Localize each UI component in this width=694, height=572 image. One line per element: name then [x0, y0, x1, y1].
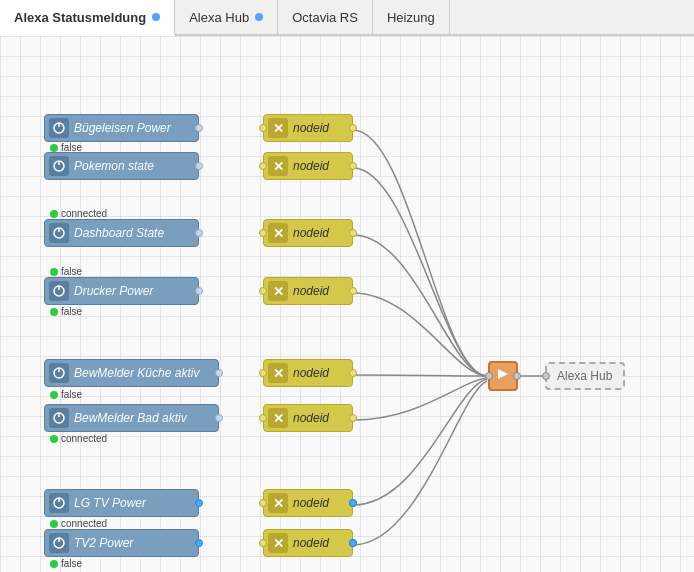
node-port-right	[215, 414, 223, 422]
power-icon	[49, 223, 69, 243]
tab-label: Heizung	[387, 10, 435, 25]
status-dot-green	[50, 520, 58, 528]
transform-icon: ✕	[268, 156, 288, 176]
node-label: Drucker Power	[74, 284, 153, 298]
transform-icon: ✕	[268, 223, 288, 243]
status-dot-green	[50, 308, 58, 316]
node-label: nodeid	[293, 284, 329, 298]
node-label: nodeid	[293, 411, 329, 425]
node-port-right	[195, 229, 203, 237]
status-false-4: false	[50, 389, 82, 400]
node-label: nodeid	[293, 496, 329, 510]
tab-bar: Alexa Statusmeldung Alexa Hub Octavia RS…	[0, 0, 694, 36]
node-port-left	[259, 499, 267, 507]
node-port-right	[215, 369, 223, 377]
node-label: Bügeleisen Power	[74, 121, 171, 135]
node-port-left	[259, 287, 267, 295]
node-port-left	[259, 162, 267, 170]
power-icon	[49, 363, 69, 383]
node-port-left	[485, 372, 493, 380]
power-icon	[49, 156, 69, 176]
transform-node-6[interactable]: ✕ nodeid	[263, 404, 353, 432]
join-node[interactable]	[488, 361, 518, 391]
status-false-5: false	[50, 558, 82, 569]
status-dot-green	[50, 268, 58, 276]
power-icon	[49, 493, 69, 513]
node-port-left	[259, 414, 267, 422]
transform-node-3[interactable]: ✕ nodeid	[263, 219, 353, 247]
node-port-left	[259, 369, 267, 377]
node-port-right	[195, 162, 203, 170]
status-dot-green	[50, 144, 58, 152]
tab-octavia-rs[interactable]: Octavia RS	[278, 0, 373, 34]
transform-icon: ✕	[268, 408, 288, 428]
node-port-right	[195, 287, 203, 295]
node-label: nodeid	[293, 366, 329, 380]
status-connected-2: connected	[50, 433, 107, 444]
node-port-left	[259, 124, 267, 132]
node-label: BewMelder Küche aktiv	[74, 366, 199, 380]
tab-heizung[interactable]: Heizung	[373, 0, 450, 34]
node-label: nodeid	[293, 226, 329, 240]
node-pokemon-state[interactable]: Pokemon state	[44, 152, 199, 180]
node-label: Dashboard State	[74, 226, 164, 240]
transform-node-4[interactable]: ✕ nodeid	[263, 277, 353, 305]
status-dot-green	[50, 210, 58, 218]
node-drucker-power[interactable]: Drucker Power	[44, 277, 199, 305]
transform-node-8[interactable]: ✕ nodeid	[263, 529, 353, 557]
canvas: Bügeleisen Power Pokemon state false Das…	[0, 36, 694, 572]
node-label: nodeid	[293, 536, 329, 550]
transform-node-7[interactable]: ✕ nodeid	[263, 489, 353, 517]
transform-node-5[interactable]: ✕ nodeid	[263, 359, 353, 387]
status-dot-green	[50, 560, 58, 568]
node-port-left	[542, 372, 550, 380]
tab-label: Alexa Hub	[189, 10, 249, 25]
node-port-left	[259, 229, 267, 237]
power-icon	[49, 118, 69, 138]
node-label: Pokemon state	[74, 159, 154, 173]
node-port-right	[513, 372, 521, 380]
node-label: nodeid	[293, 121, 329, 135]
status-false-1: false	[50, 142, 82, 153]
join-icon	[495, 366, 511, 386]
node-port-left	[259, 539, 267, 547]
status-false-3: false	[50, 306, 82, 317]
node-port-right	[349, 162, 357, 170]
node-bugeleisen-power[interactable]: Bügeleisen Power	[44, 114, 199, 142]
node-port-right	[349, 287, 357, 295]
power-icon	[49, 533, 69, 553]
tab-alexa-statusmeldung[interactable]: Alexa Statusmeldung	[0, 0, 175, 36]
node-label: Alexa Hub	[557, 369, 612, 383]
wire-dot-t7	[349, 499, 357, 507]
transform-icon: ✕	[268, 281, 288, 301]
tab-dot	[255, 13, 263, 21]
node-port-right	[195, 124, 203, 132]
tab-alexa-hub[interactable]: Alexa Hub	[175, 0, 278, 34]
node-dashboard-state[interactable]: Dashboard State	[44, 219, 199, 247]
tab-label: Octavia RS	[292, 10, 358, 25]
node-port-right	[349, 369, 357, 377]
transform-icon: ✕	[268, 533, 288, 553]
node-bewmelder-bad[interactable]: BewMelder Bad aktiv	[44, 404, 219, 432]
svg-marker-16	[498, 369, 508, 379]
wire-dot-t8	[349, 539, 357, 547]
tab-dot	[152, 13, 160, 21]
node-port-right	[195, 539, 203, 547]
transform-node-2[interactable]: ✕ nodeid	[263, 152, 353, 180]
transform-icon: ✕	[268, 493, 288, 513]
node-bewmelder-kuche[interactable]: BewMelder Küche aktiv	[44, 359, 219, 387]
transform-icon: ✕	[268, 363, 288, 383]
output-node-alexa-hub[interactable]: Alexa Hub	[545, 362, 625, 390]
power-icon	[49, 408, 69, 428]
node-label: TV2 Power	[74, 536, 133, 550]
transform-node-1[interactable]: ✕ nodeid	[263, 114, 353, 142]
power-icon	[49, 281, 69, 301]
node-lg-tv-power[interactable]: LG TV Power	[44, 489, 199, 517]
node-tv2-power[interactable]: TV2 Power	[44, 529, 199, 557]
node-label: LG TV Power	[74, 496, 146, 510]
transform-icon: ✕	[268, 118, 288, 138]
tab-label: Alexa Statusmeldung	[14, 10, 146, 25]
status-connected-3: connected	[50, 518, 107, 529]
node-port-right	[349, 414, 357, 422]
node-port-right	[349, 229, 357, 237]
